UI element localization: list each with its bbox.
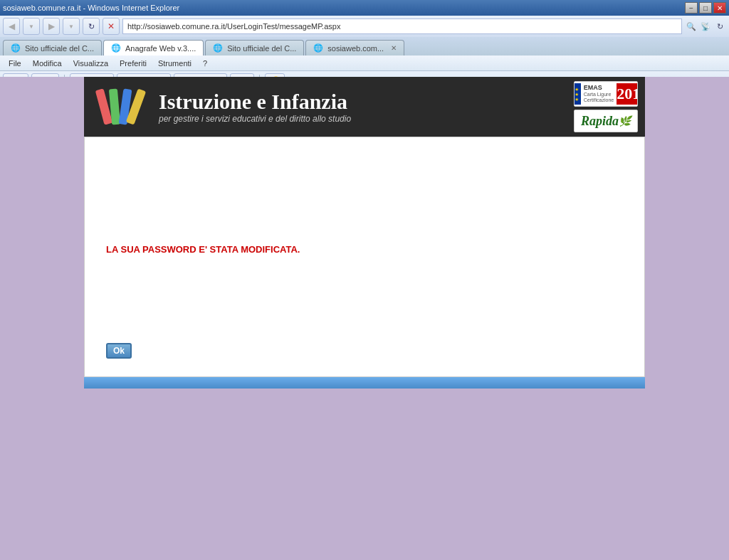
nav-icon-group: 🔍 📡 ↻ [685,20,726,33]
tab-4-label: sosiaweb.com... [327,44,384,53]
rapida-leaf-icon: 🌿 [619,115,631,127]
refresh-small-icon[interactable]: ↻ [713,20,726,33]
title-bar-text: sosiaweb.comune.ra.it - Windows Internet… [3,4,179,12]
tab-2-favicon: 🌐 [111,43,121,53]
banner-text-block: Istruzione e Infanzia per gestire i serv… [148,90,574,124]
stop-button[interactable]: ✕ [103,18,120,35]
nav-bar: ◀ ▼ ▶ ▼ ↻ ✕ 🔍 📡 ↻ [0,16,729,37]
address-bar[interactable] [122,19,682,34]
tab-1[interactable]: 🌐 Sito ufficiale del C... [3,40,102,56]
content-panel: LA SUA PASSWORD E' STATA MODIFICATA. Ok [84,137,645,377]
emas-inner: ★★★ ★★★ ★★★ EMAS Carta Ligure Certificaz… [574,82,638,106]
tab-1-label: Sito ufficiale del C... [25,44,94,53]
banner-title: Istruzione e Infanzia [159,90,563,114]
back-button[interactable]: ◀ [3,18,20,35]
tab-2-label: Anagrafe Web v.3.... [125,44,196,53]
menu-strumenti[interactable]: Strumenti [152,58,197,69]
rapida-logo: Rapida 🌿 [574,110,638,132]
menu-preferiti[interactable]: Preferiti [114,58,152,69]
tab-3-label: Sito ufficiale del C... [227,44,296,53]
forward-button[interactable]: ▶ [43,18,60,35]
menu-modifica[interactable]: Modifica [27,58,68,69]
menu-file[interactable]: File [3,58,27,69]
ok-button[interactable]: Ok [106,343,132,359]
menubar: File Modifica Visualizza Preferiti Strum… [0,56,729,71]
back-dropdown-button[interactable]: ▼ [23,18,40,35]
emas-text: EMAS Carta Ligure Certificazione [584,84,614,104]
ravenna-year: 2019 [617,83,638,105]
success-message: LA SUA PASSWORD E' STATA MODIFICATA. [106,244,300,255]
emas-logo: ★★★ ★★★ ★★★ EMAS Carta Ligure Certificaz… [574,81,638,107]
minimize-button[interactable]: − [685,2,698,14]
rss-icon[interactable]: 📡 [699,20,712,33]
tab-3[interactable]: 🌐 Sito ufficiale del C... [205,40,304,56]
title-bar-controls: − □ ✕ [685,2,726,14]
banner-logos: ★★★ ★★★ ★★★ EMAS Carta Ligure Certificaz… [574,81,638,132]
footer-bar [84,377,645,389]
tab-4-close-icon[interactable]: ✕ [391,44,397,52]
title-bar: sosiaweb.comune.ra.it - Windows Internet… [0,0,729,16]
banner: Istruzione e Infanzia per gestire i serv… [84,77,645,137]
refresh-button[interactable]: ↻ [83,18,100,35]
banner-subtitle: per gestire i servizi educativi e del di… [159,114,563,124]
tab-4-favicon: 🌐 [313,43,323,53]
close-button[interactable]: ✕ [713,2,726,14]
maximize-button[interactable]: □ [699,2,712,14]
tabs-bar: 🌐 Sito ufficiale del C... 🌐 Anagrafe Web… [0,37,729,56]
eu-stars: ★★★ ★★★ ★★★ [574,83,581,105]
search-icon[interactable]: 🔍 [685,20,698,33]
forward-dropdown-button[interactable]: ▼ [63,18,80,35]
tab-3-favicon: 🌐 [213,43,223,53]
tab-4[interactable]: 🌐 sosiaweb.com... ✕ [305,40,404,56]
chalk-decoration [91,78,148,135]
menu-help[interactable]: ? [197,58,213,69]
menu-visualizza[interactable]: Visualizza [68,58,114,69]
address-bar-container [122,19,682,34]
tab-2[interactable]: 🌐 Anagrafe Web v.3.... [103,40,204,56]
tab-1-favicon: 🌐 [11,43,21,53]
rapida-label: Rapida [581,114,619,129]
main-content-area: Istruzione e Infanzia per gestire i serv… [84,77,645,403]
